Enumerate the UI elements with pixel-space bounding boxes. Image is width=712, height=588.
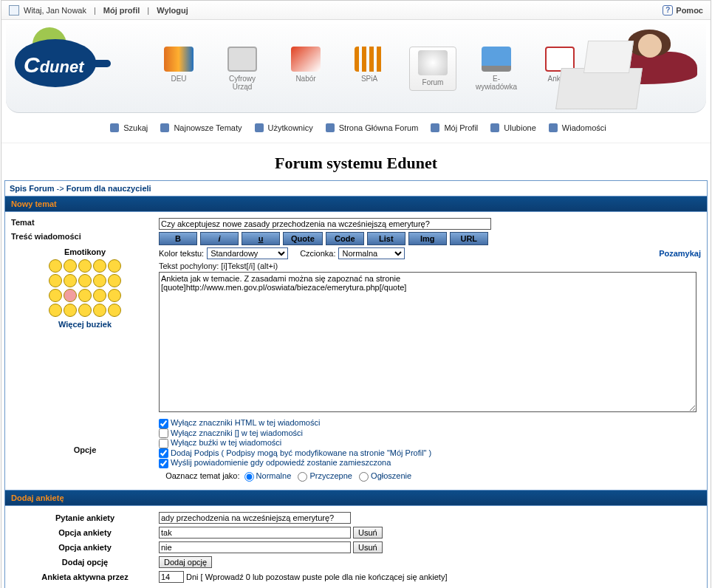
app-deu[interactable]: DEU [155,47,202,91]
emoticon-icon[interactable] [93,289,106,302]
emoticon-icon[interactable] [108,304,121,317]
subnav-home[interactable]: Strona Główna Forum [339,123,419,132]
subnav-favorites[interactable]: Ulubione [504,123,535,132]
bb-code-button[interactable]: Code [326,232,364,245]
recent-icon [160,123,169,132]
emoticon-icon[interactable] [78,289,92,302]
body-label: Treść wiadomości [11,232,159,245]
subnav-messages[interactable]: Wiadomości [562,123,606,132]
poll-option-2-input[interactable] [159,541,351,553]
opt-disable-html[interactable] [159,419,168,428]
bb-bold-button[interactable]: B [159,232,197,245]
app-nabor[interactable]: Nabór [282,47,329,91]
app-forum[interactable]: Forum [409,47,456,91]
subnav-search[interactable]: Szukaj [123,123,148,132]
add-option-label: Dodaj opcję [11,558,159,567]
opt-disable-bbcode[interactable] [159,428,168,438]
breadcrumb-root[interactable]: Spis Forum [10,184,55,193]
poll-option-label: Opcja ankiety [11,528,159,537]
greeting: Witaj, Jan Nowak [24,6,86,15]
emoticon-icon[interactable] [78,304,92,317]
users-icon [255,123,264,132]
bb-url-button[interactable]: URL [450,232,488,245]
page-title: Forum systemu Edunet [1,154,711,173]
search-icon [110,123,119,132]
subnav-users[interactable]: Użytkownicy [268,123,313,132]
emoticon-icon[interactable] [49,259,62,273]
section-add-poll: Dodaj ankietę [5,490,707,506]
app-ewywiadowka[interactable]: E-wywiadówka [473,47,520,91]
emoticon-icon[interactable] [108,259,121,273]
mark-topic-label: Oaznacz temat jako: [165,471,239,480]
help-link[interactable]: Pomoc [676,6,703,15]
logo: Cdunet [15,39,118,98]
mark-announcement-radio[interactable] [359,472,369,482]
poll-days-hint: Dni [ Wprowadź 0 lub pozostaw puste pole… [186,572,447,581]
add-option-button[interactable]: Dodaj opcję [159,556,212,568]
mark-normal-radio[interactable] [244,472,254,482]
text-color-label: Kolor tekstu: [159,249,204,258]
emoticon-icon[interactable] [64,304,77,317]
home-icon [326,123,335,132]
emoticon-icon[interactable] [108,274,121,287]
poll-option-label: Opcja ankiety [11,543,159,552]
bb-quote-button[interactable]: Quote [283,232,323,245]
bb-italic-button[interactable]: i [200,232,239,245]
more-emoticons-link[interactable]: Więcej buziek [11,320,159,329]
font-label: Czcionka: [300,249,335,258]
my-profile-link[interactable]: Mój profil [103,6,140,15]
fav-icon [490,123,499,132]
emoticon-icon[interactable] [49,274,62,287]
help-icon: ? [663,5,673,16]
emoticon-icon[interactable] [64,274,77,287]
emoticon-icon[interactable] [49,289,62,302]
poll-question-input[interactable] [159,512,351,524]
app-cyfrowy-urzad[interactable]: Cyfrowy Urząd [219,47,266,91]
options-label: Opcje [11,445,159,454]
breadcrumb-forum[interactable]: Forum dla nauczycieli [66,184,151,193]
emoticon-icon[interactable] [108,289,121,302]
opt-add-signature[interactable] [159,448,168,458]
profile-icon [431,123,439,132]
emoticon-icon[interactable] [78,259,92,273]
breadcrumb: Spis Forum -> Forum dla nauczycieli [5,181,707,196]
remove-option-2-button[interactable]: Usuń [353,541,383,553]
font-select[interactable]: Normalna [338,247,405,259]
forum-subnav: Szukaj Najnowsze Tematy Użytkownicy Stro… [1,117,711,143]
bb-img-button[interactable]: Img [408,232,447,245]
emoticon-icon[interactable] [64,289,77,302]
decorative-person-image [554,31,702,112]
user-icon [9,5,19,16]
subject-input[interactable] [159,218,491,230]
header-banner: Cdunet DEU Cyfrowy Urząd Nabór SPiA Foru… [6,24,706,113]
poll-active-label: Ankieta aktywna przez [11,572,159,581]
app-spia[interactable]: SPiA [346,47,393,91]
emoticon-icon[interactable] [93,259,106,273]
poll-question-label: Pytanie ankiety [11,513,159,522]
message-textarea[interactable] [159,272,696,412]
section-new-topic: Nowy temat [5,196,707,212]
remove-option-1-button[interactable]: Usuń [353,527,383,539]
subnav-recent[interactable]: Najnowsze Tematy [174,123,242,132]
logout-link[interactable]: Wyloguj [157,6,188,15]
close-all-tags-link[interactable]: Pozamykaj [659,249,701,258]
poll-days-input[interactable] [159,571,184,583]
mark-sticky-radio[interactable] [298,472,307,482]
text-color-select[interactable]: Standardowy [207,247,288,259]
emoticon-icon[interactable] [93,304,106,317]
subject-label: Temat [11,218,159,230]
subnav-profile[interactable]: Mój Profil [444,123,478,132]
bb-list-button[interactable]: List [367,232,405,245]
bbcode-hint: Tekst pochylony: [i]Tekst[/i] (alt+i) [159,261,701,270]
emoticon-icon[interactable] [64,259,77,273]
messages-icon [549,123,558,132]
poll-option-1-input[interactable] [159,527,351,539]
topbar: Witaj, Jan Nowak | Mój profil | Wyloguj … [1,1,711,20]
emoticon-icon[interactable] [78,274,92,287]
opt-notify-reply[interactable] [159,459,168,468]
emoticon-icon[interactable] [93,274,106,287]
emoticons-label: Emotikony [11,247,159,256]
opt-disable-smilies[interactable] [159,439,168,448]
bb-underline-button[interactable]: u [242,232,280,245]
emoticon-icon[interactable] [49,304,62,317]
